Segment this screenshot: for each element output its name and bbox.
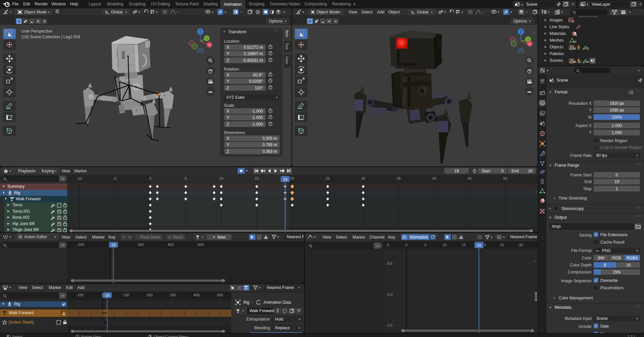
svg-text:19: 19 [283, 177, 287, 181]
svg-text:400: 400 [194, 293, 200, 297]
svg-text:19: 19 [105, 293, 110, 297]
svg-text:x: x [136, 109, 137, 112]
svg-text:25: 25 [326, 176, 330, 180]
svg-text:19: 19 [111, 243, 116, 247]
svg-text:x: x [164, 94, 165, 97]
svg-text:0: 0 [149, 176, 151, 180]
svg-text:Y: Y [527, 38, 529, 41]
svg-text:‹: ‹ [535, 189, 537, 193]
svg-text:Z: Z [199, 30, 201, 34]
svg-text:45: 45 [468, 176, 472, 180]
svg-text:200: 200 [137, 243, 144, 247]
svg-text:5: 5 [185, 176, 187, 180]
svg-text:-0.5: -0.5 [386, 261, 393, 265]
svg-text:X: X [208, 43, 210, 47]
svg-text:z: z [97, 89, 98, 92]
svg-text:50: 50 [503, 176, 507, 180]
svg-text:z: z [85, 87, 86, 90]
svg-text:15: 15 [461, 243, 466, 247]
svg-text:40: 40 [432, 176, 436, 180]
svg-text:0: 0 [405, 243, 407, 247]
svg-text:10: 10 [219, 176, 223, 180]
svg-text:-5: -5 [386, 243, 389, 247]
svg-text:20: 20 [290, 176, 294, 180]
svg-text:x: x [118, 103, 119, 106]
svg-text:Y: Y [206, 37, 208, 40]
svg-text:-1.0: -1.0 [386, 292, 393, 296]
svg-text:200: 200 [147, 293, 153, 297]
svg-text:15: 15 [255, 176, 259, 180]
svg-text:600: 600 [198, 243, 204, 247]
svg-text:19: 19 [477, 243, 481, 247]
svg-text:‹: ‹ [534, 259, 535, 263]
svg-text:x: x [126, 73, 127, 76]
svg-text:0: 0 [484, 243, 486, 247]
svg-text:z: z [151, 100, 152, 103]
svg-text:30: 30 [361, 176, 365, 180]
svg-text:-1.5: -1.5 [386, 323, 393, 327]
svg-text:500: 500 [217, 293, 223, 297]
svg-text:5: 5 [425, 243, 427, 247]
svg-text:25: 25 [500, 243, 504, 247]
svg-text:x: x [132, 84, 133, 87]
svg-text:X: X [529, 42, 531, 46]
svg-text:35: 35 [397, 176, 401, 180]
svg-text:400: 400 [168, 243, 174, 247]
svg-text:-100: -100 [76, 293, 83, 297]
svg-text:-5: -5 [113, 176, 117, 180]
svg-text:-200: -200 [77, 243, 84, 247]
svg-text:Z: Z [520, 30, 522, 34]
svg-text:300: 300 [170, 293, 176, 297]
svg-text:100: 100 [123, 293, 129, 297]
svg-text:30: 30 [519, 243, 523, 247]
svg-text:-10: -10 [77, 176, 82, 180]
svg-text:10: 10 [442, 243, 446, 247]
svg-text:z: z [112, 68, 114, 71]
